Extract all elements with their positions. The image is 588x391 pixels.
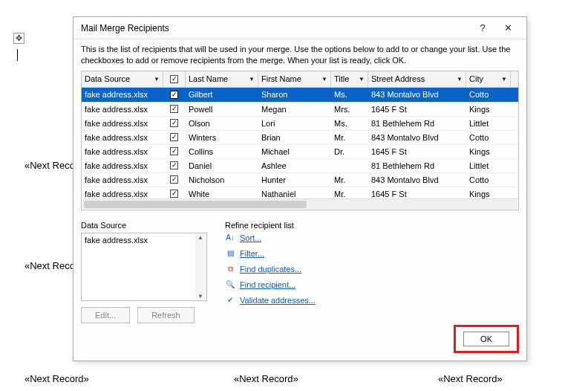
cell-title: Mr. xyxy=(331,190,368,198)
cell-data-source: fake address.xlsx xyxy=(82,119,163,128)
filter-link[interactable]: Filter... xyxy=(240,249,264,258)
col-check-all[interactable]: ✓ xyxy=(163,71,186,87)
horizontal-scrollbar[interactable] xyxy=(82,198,517,209)
cell-street-address: 1645 F St xyxy=(368,190,466,198)
cell-last-name: Daniel xyxy=(186,161,258,170)
table-row[interactable]: fake address.xlsx✓WintersBrianMr.843 Mon… xyxy=(82,130,518,144)
help-button[interactable]: ? xyxy=(470,20,495,36)
chevron-down-icon[interactable]: ▼ xyxy=(501,76,507,83)
cell-checkbox[interactable]: ✓ xyxy=(163,175,186,184)
dialog-title: Mail Merge Recipients xyxy=(81,23,470,33)
cell-first-name: Ashlee xyxy=(258,161,331,170)
cell-first-name: Sharon xyxy=(258,90,331,99)
checkbox-icon: ✓ xyxy=(170,175,178,184)
col-first-name[interactable]: First Name▼ xyxy=(258,71,331,87)
cell-city: Cotto xyxy=(466,133,511,142)
ok-highlight: OK xyxy=(454,325,519,353)
col-city[interactable]: City▼ xyxy=(466,71,511,87)
text-caret xyxy=(17,49,18,61)
cell-city: Littlet xyxy=(466,119,511,128)
col-label: Data Source xyxy=(85,74,130,83)
col-label: Street Address xyxy=(371,74,425,83)
dialog-intro: This is the list of recipients that will… xyxy=(74,39,526,69)
cell-city: Cotto xyxy=(466,90,511,99)
find-recipient-link[interactable]: Find recipient... xyxy=(240,280,295,289)
mail-merge-recipients-dialog: Mail Merge Recipients ? ✕ This is the li… xyxy=(73,16,527,361)
table-row[interactable]: fake address.xlsx✓DanielAshlee81 Bethleh… xyxy=(82,158,518,172)
cell-first-name: Brian xyxy=(258,133,331,142)
col-label: Title xyxy=(334,74,349,83)
chevron-down-icon[interactable]: ▼ xyxy=(359,76,365,83)
merge-field: «Next Reco xyxy=(24,260,75,271)
find-duplicates-link[interactable]: Find duplicates... xyxy=(240,265,301,274)
ok-button[interactable]: OK xyxy=(463,332,509,346)
cell-checkbox[interactable]: ✓ xyxy=(163,91,186,99)
cell-street-address: 843 Montalvo Blvd xyxy=(368,133,466,142)
table-row[interactable]: fake address.xlsx✓GilbertSharonMs.843 Mo… xyxy=(82,88,518,102)
cell-first-name: Michael xyxy=(258,147,331,156)
cell-checkbox[interactable]: ✓ xyxy=(163,190,186,198)
cell-data-source: fake address.xlsx xyxy=(82,161,163,170)
table-row[interactable]: fake address.xlsx✓PowellMeganMrs.1645 F … xyxy=(82,102,518,116)
cell-data-source: fake address.xlsx xyxy=(82,105,163,114)
chevron-down-icon: ▼ xyxy=(197,293,203,300)
merge-field: «Next Reco xyxy=(24,160,75,171)
refine-panel: Refine recipient list A↓Sort... ▤Filter.… xyxy=(225,221,316,323)
cell-data-source: fake address.xlsx xyxy=(82,175,163,184)
validate-addresses-link[interactable]: Validate addresses... xyxy=(240,296,316,305)
chevron-down-icon[interactable]: ▼ xyxy=(154,76,160,83)
sort-icon: A↓ xyxy=(225,233,235,243)
col-title[interactable]: Title▼ xyxy=(331,71,368,87)
cell-data-source: fake address.xlsx xyxy=(82,90,163,99)
table-row[interactable]: fake address.xlsx✓NicholsonHunterMr.843 … xyxy=(82,172,518,187)
cell-first-name: Lori xyxy=(258,119,331,128)
chevron-down-icon[interactable]: ▼ xyxy=(321,76,327,83)
cell-checkbox[interactable]: ✓ xyxy=(163,161,186,169)
cell-street-address: 81 Bethlehem Rd xyxy=(368,161,466,170)
cell-city: Kings xyxy=(466,147,511,156)
list-item[interactable]: fake address.xlsx xyxy=(85,236,148,245)
search-icon: 🔍 xyxy=(225,279,235,290)
checkbox-icon: ✓ xyxy=(170,133,178,141)
cell-street-address: 843 Montalvo Blvd xyxy=(368,175,466,184)
sort-link[interactable]: Sort... xyxy=(240,233,261,242)
cell-title: Mr. xyxy=(331,175,368,184)
vertical-scrollbar[interactable]: ▲▼ xyxy=(195,234,206,300)
cell-title: Dr. xyxy=(331,147,368,156)
cell-last-name: Collins xyxy=(186,147,258,156)
cell-title: Ms. xyxy=(331,119,368,128)
checkbox-icon: ✓ xyxy=(170,147,178,155)
cell-last-name: Olson xyxy=(186,119,258,128)
data-source-list[interactable]: fake address.xlsx ▲▼ xyxy=(81,233,207,301)
titlebar: Mail Merge Recipients ? ✕ xyxy=(74,17,526,39)
table-row[interactable]: fake address.xlsx✓CollinsMichaelDr.1645 … xyxy=(82,144,518,158)
checkbox-icon: ✓ xyxy=(170,105,178,113)
cell-last-name: Winters xyxy=(186,133,258,142)
recipients-grid: Data Source▼ ✓ Last Name▼ First Name▼ Ti… xyxy=(81,71,519,210)
table-row[interactable]: fake address.xlsx✓OlsonLoriMs.81 Bethleh… xyxy=(82,116,518,130)
cell-city: Kings xyxy=(466,105,511,114)
scroll-thumb[interactable] xyxy=(84,201,307,208)
merge-field: «Next Record» xyxy=(234,373,298,384)
cell-checkbox[interactable]: ✓ xyxy=(163,147,186,155)
checkbox-icon: ✓ xyxy=(170,91,178,99)
grid-header: Data Source▼ ✓ Last Name▼ First Name▼ Ti… xyxy=(82,71,518,88)
cell-data-source: fake address.xlsx xyxy=(82,190,163,198)
cell-street-address: 81 Bethlehem Rd xyxy=(368,119,466,128)
cell-checkbox[interactable]: ✓ xyxy=(163,105,186,113)
cell-checkbox[interactable]: ✓ xyxy=(163,133,186,141)
chevron-up-icon: ▲ xyxy=(197,234,203,241)
chevron-down-icon[interactable]: ▼ xyxy=(457,76,463,83)
cell-first-name: Hunter xyxy=(258,175,331,184)
close-button[interactable]: ✕ xyxy=(495,20,520,36)
chevron-down-icon[interactable]: ▼ xyxy=(249,76,255,83)
merge-field: «Next Record» xyxy=(24,373,89,384)
refresh-button[interactable]: Refresh xyxy=(137,307,195,323)
cell-data-source: fake address.xlsx xyxy=(82,133,163,142)
col-data-source[interactable]: Data Source▼ xyxy=(82,71,163,87)
cell-checkbox[interactable]: ✓ xyxy=(163,119,186,127)
edit-button[interactable]: Edit... xyxy=(81,307,130,323)
cell-city: Littlet xyxy=(466,161,511,170)
col-street-address[interactable]: Street Address▼ xyxy=(368,71,466,87)
col-last-name[interactable]: Last Name▼ xyxy=(186,71,258,87)
